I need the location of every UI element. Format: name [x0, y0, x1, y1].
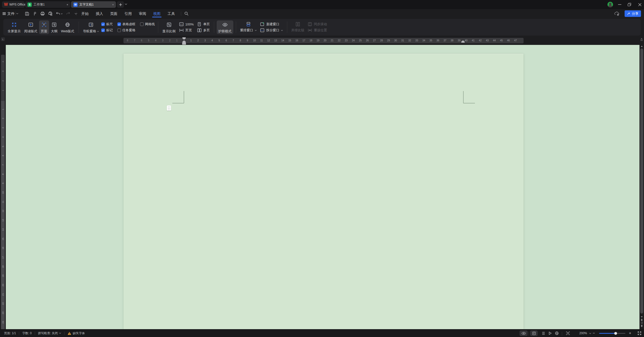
new-window-button[interactable]: 新建窗口 — [260, 21, 283, 27]
chevron-down-icon — [16, 13, 18, 14]
share-button[interactable]: 分享 — [625, 10, 641, 17]
document-canvas[interactable] — [6, 45, 639, 329]
menu-item-2[interactable]: 页面 — [107, 9, 121, 18]
ruler-number: 22 — [2, 302, 4, 305]
web-layout-icon — [65, 21, 70, 29]
ruler-number: 23 — [344, 39, 349, 42]
restore-button[interactable] — [625, 0, 634, 9]
nav-pane-button[interactable]: 导航窗格 — [81, 20, 101, 34]
menu-item-0[interactable]: 开始 — [78, 9, 92, 18]
tab-close-dot[interactable] — [112, 4, 114, 5]
ruler-toggle-icon[interactable] — [640, 38, 643, 41]
search-button[interactable] — [184, 11, 189, 16]
redo-button[interactable] — [65, 11, 71, 16]
tab-writer-document[interactable]: W 文字文稿1 — [71, 1, 116, 8]
ruler-number: 1 — [2, 89, 4, 92]
cloud-sync-off-icon[interactable] — [614, 11, 620, 16]
toggle-table-gridlines[interactable]: 表格虚框 — [117, 21, 136, 27]
menu-item-1[interactable]: 插入 — [92, 9, 107, 18]
menu-item-4[interactable]: 审阅 — [135, 9, 150, 18]
zoom-ratio-button[interactable]: 显示比例 — [161, 20, 177, 34]
undo-button[interactable] — [55, 11, 63, 16]
minimize-button[interactable] — [615, 0, 624, 9]
page-count[interactable]: 页面: 1/1 — [3, 331, 17, 335]
file-menu[interactable]: 文件 — [3, 9, 18, 18]
eye-protection-button[interactable]: 护眼模式 — [217, 20, 233, 34]
tab-stop-selector[interactable]: L — [1, 37, 5, 41]
zoom-in-button[interactable]: + — [629, 329, 631, 337]
ruler-number: 8 — [125, 39, 130, 42]
svg-text:1:1: 1:1 — [180, 23, 182, 25]
outline-view-button[interactable]: 大纲 — [49, 20, 59, 34]
ruler-number: 42 — [478, 39, 483, 42]
multi-page-button[interactable]: 多页 — [197, 27, 210, 33]
vertical-scrollbar[interactable] — [639, 45, 644, 329]
zoom-out-button[interactable]: − — [593, 329, 595, 337]
read-layout-button[interactable]: 阅读版式 — [22, 20, 39, 34]
web-layout-toggle[interactable] — [553, 330, 560, 336]
print-button[interactable] — [40, 11, 45, 16]
zoom-100-button[interactable]: 1:1 100% — [179, 21, 194, 27]
scrollbar-thumb[interactable] — [640, 48, 643, 314]
menu-item-6[interactable]: 工具 — [164, 9, 178, 18]
ruler-number: 12 — [266, 39, 271, 42]
previous-page-button[interactable] — [641, 320, 643, 321]
outline-view-toggle[interactable] — [540, 330, 546, 336]
print-preview-button[interactable] — [48, 11, 53, 16]
toggle-marks[interactable]: 标记 — [101, 27, 113, 33]
page-width-button[interactable]: 页宽 — [179, 27, 194, 33]
ruler-number: 23 — [2, 311, 4, 315]
scroll-down-arrow[interactable] — [641, 316, 643, 318]
ruler-number: 6 — [139, 39, 144, 42]
toggle-ruler[interactable]: 标尺 — [101, 21, 113, 27]
eye-protection-toggle[interactable] — [520, 330, 528, 336]
paragraph-drag-handle[interactable] — [167, 105, 171, 111]
fit-page-button[interactable] — [564, 330, 571, 336]
page-view-toggle[interactable] — [530, 330, 538, 336]
vertical-ruler[interactable]: 4321123456789101112131415161718192021222… — [0, 45, 6, 329]
select-browse-object-button[interactable] — [641, 322, 643, 324]
web-layout-button[interactable]: Web版式 — [59, 20, 76, 34]
split-window-button[interactable]: 拆分窗口 — [260, 27, 283, 33]
menu-item-5[interactable]: 视图 — [150, 9, 164, 18]
zoom-slider[interactable] — [599, 333, 625, 334]
app-logo[interactable]: W WPS Office — [2, 1, 25, 8]
missing-font-warning[interactable]: 缺失字体 — [67, 331, 86, 335]
rearrange-window-button[interactable]: 重排窗口 — [240, 27, 257, 33]
nav-pane-icon — [88, 21, 94, 29]
ruler-number: 4 — [210, 39, 215, 42]
ruler-number: 27 — [372, 39, 377, 42]
close-button[interactable] — [635, 0, 644, 9]
left-indent-marker[interactable] — [182, 43, 186, 45]
tab-spreadsheet[interactable]: S 工作簿1 — [25, 1, 70, 8]
toggle-gridlines[interactable]: 网格线 — [140, 21, 155, 27]
save-button[interactable] — [24, 11, 30, 16]
toggle-task-pane[interactable]: 任务窗格 — [117, 27, 136, 33]
single-page-button[interactable]: 单页 — [197, 21, 210, 27]
zoom-level[interactable]: 200% — [575, 329, 587, 337]
zoom-slider-thumb[interactable] — [614, 332, 617, 335]
tab-close-dot[interactable] — [67, 4, 68, 5]
full-screen-toggle[interactable] — [637, 331, 641, 335]
export-pdf-button[interactable] — [32, 11, 38, 16]
full-screen-button[interactable]: 全屏显示 — [6, 20, 22, 34]
ruler-number: 3 — [160, 39, 165, 42]
document-page[interactable] — [123, 54, 524, 329]
menu-item-3[interactable]: 引用 — [121, 9, 135, 18]
sync-scroll-icon — [307, 22, 312, 27]
ruler-number: 14 — [280, 39, 285, 42]
scroll-up-arrow[interactable] — [641, 46, 643, 47]
read-layout-toggle[interactable] — [547, 330, 553, 336]
ruler-number: 10 — [252, 39, 257, 42]
spell-check-status[interactable]: 拼写检查: 关闭 — [37, 331, 62, 335]
statusbar: 页面: 1/1 字数: 0 拼写检查: 关闭 缺失字体 — [0, 329, 644, 337]
ruler-number: 47 — [513, 39, 518, 42]
next-page-button[interactable] — [641, 326, 643, 327]
user-avatar[interactable] — [607, 2, 613, 7]
word-count[interactable]: 字数: 0 — [21, 331, 33, 335]
page-view-button[interactable]: 页面 — [39, 20, 49, 34]
reset-position-button: 重设位置 — [307, 27, 327, 33]
new-tab-button[interactable] — [117, 1, 124, 8]
tab-list-chevron[interactable] — [125, 3, 127, 5]
zoom-chevron[interactable] — [589, 333, 591, 334]
